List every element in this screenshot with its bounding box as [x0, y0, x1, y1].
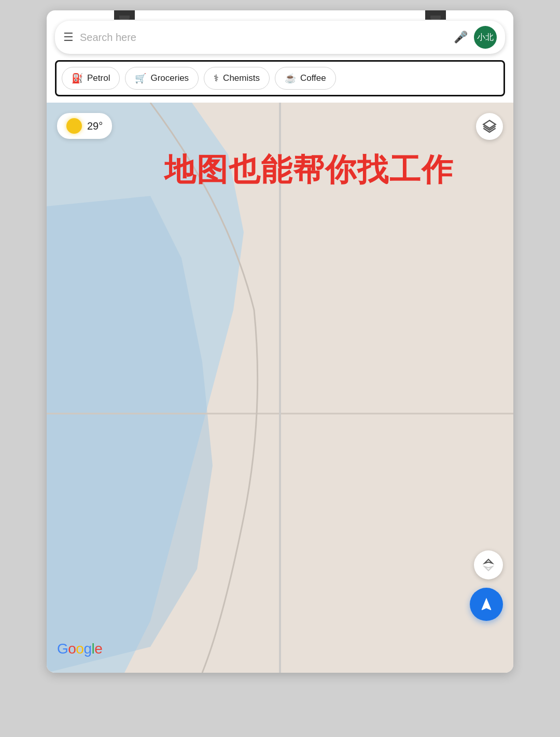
clip-right — [425, 10, 446, 20]
chip-coffee-label: Coffee — [300, 73, 326, 83]
petrol-icon: ⛽ — [72, 73, 83, 84]
coffee-icon: ☕ — [285, 73, 296, 84]
map-area[interactable]: 29° 地图也能帮你找工作 Google — [47, 103, 513, 673]
phone-container: ☰ Search here 🎤 小北 ⛽ Petrol 🛒 Groceries … — [47, 10, 513, 673]
chemists-icon: ⚕ — [214, 73, 219, 84]
search-input[interactable]: Search here — [80, 32, 447, 44]
annotation-text: 地图也能帮你找工作 — [164, 149, 454, 191]
search-bar: ☰ Search here 🎤 小北 — [55, 21, 505, 54]
avatar[interactable]: 小北 — [474, 26, 497, 49]
google-letter-g2: g — [83, 641, 91, 657]
chip-chemists-label: Chemists — [223, 73, 260, 83]
weather-widget: 29° — [57, 113, 112, 139]
sun-icon — [66, 118, 82, 134]
temperature-label: 29° — [87, 120, 103, 132]
google-letter-o2: o — [76, 641, 83, 657]
chip-groceries[interactable]: 🛒 Groceries — [125, 67, 199, 90]
mic-icon[interactable]: 🎤 — [454, 31, 468, 44]
chip-petrol[interactable]: ⛽ Petrol — [62, 67, 120, 90]
google-letter-g: G — [57, 641, 68, 657]
chip-chemists[interactable]: ⚕ Chemists — [204, 67, 270, 90]
layers-button[interactable] — [476, 113, 503, 140]
google-letter-o1: o — [68, 641, 76, 657]
chip-petrol-label: Petrol — [87, 73, 110, 83]
groceries-icon: 🛒 — [135, 73, 146, 84]
chip-groceries-label: Groceries — [150, 73, 189, 83]
clip-left — [114, 10, 135, 20]
google-letter-e: e — [94, 641, 102, 657]
location-button[interactable] — [474, 550, 503, 579]
google-logo: Google — [57, 641, 102, 657]
hamburger-icon[interactable]: ☰ — [63, 32, 74, 43]
chip-coffee[interactable]: ☕ Coffee — [275, 67, 336, 90]
chips-row: ⛽ Petrol 🛒 Groceries ⚕ Chemists ☕ Coffee — [55, 60, 505, 96]
navigate-button[interactable] — [470, 588, 503, 621]
